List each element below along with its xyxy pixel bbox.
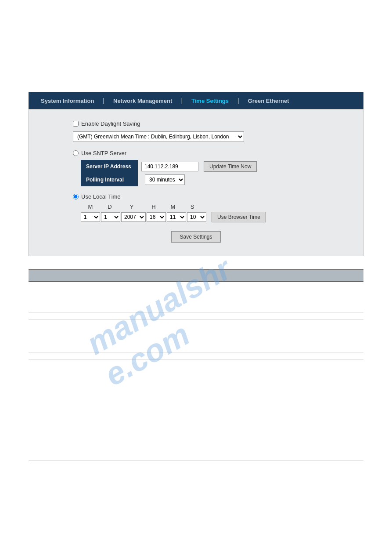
polling-interval-input-cell: 30 minutes 15 minutes 1 hour — [138, 173, 198, 186]
time-selects-row: 1234 5678 9101112 1234 5 200720082009 16… — [81, 212, 319, 222]
server-ip-row: Server IP Address Update Time Now — [81, 160, 257, 173]
nav-green-ethernet[interactable]: Green Ethernet — [240, 98, 297, 104]
bottom-divider-3 — [29, 461, 363, 461]
update-time-button[interactable]: Update Time Now — [204, 161, 257, 172]
polling-interval-label: Polling Interval — [81, 173, 138, 186]
hour-label: H — [144, 203, 163, 210]
timezone-row: (GMT) Greenwich Mean Time : Dublin, Edin… — [73, 131, 319, 142]
use-local-time-label: Use Local Time — [81, 193, 121, 200]
bottom-panel — [29, 269, 363, 461]
year-label: Y — [119, 203, 144, 210]
bottom-header-bar — [29, 269, 363, 282]
bottom-content-area-1 — [29, 286, 363, 312]
server-ip-label: Server IP Address — [81, 160, 138, 173]
bottom-divider-1 — [29, 319, 363, 319]
save-row: Save Settings — [73, 231, 319, 243]
year-select[interactable]: 200720082009 — [121, 212, 146, 222]
use-local-time-radio[interactable] — [73, 194, 79, 200]
use-sntp-radio[interactable] — [73, 150, 79, 156]
nav-bar: System Information | Network Management … — [29, 92, 363, 109]
nav-sep-3: | — [237, 97, 240, 104]
day-select[interactable]: 1234 5 — [101, 212, 120, 222]
sntp-radio-row: Use SNTP Server — [73, 150, 319, 156]
enable-daylight-checkbox[interactable] — [73, 121, 79, 127]
bottom-divider-2 — [29, 359, 363, 359]
content-panel: Enable Daylight Saving (GMT) Greenwich M… — [29, 109, 363, 256]
hour-select[interactable]: 1601 — [147, 212, 166, 222]
use-sntp-label: Use SNTP Server — [81, 150, 126, 156]
sntp-table: Server IP Address Update Time Now Pollin… — [81, 160, 257, 186]
second-select[interactable]: 10030 — [187, 212, 206, 222]
timezone-select[interactable]: (GMT) Greenwich Mean Time : Dublin, Edin… — [73, 131, 244, 142]
enable-daylight-label: Enable Daylight Saving — [81, 120, 140, 127]
polling-interval-row: Polling Interval 30 minutes 15 minutes 1… — [81, 173, 257, 186]
daylight-row: Enable Daylight Saving — [73, 120, 319, 127]
second-label: S — [183, 203, 202, 210]
update-time-cell: Update Time Now — [198, 160, 257, 173]
nav-network-management[interactable]: Network Management — [105, 98, 180, 104]
server-ip-input[interactable] — [141, 162, 198, 171]
time-labels-row: M D Y H M S — [81, 203, 319, 210]
day-label: D — [100, 203, 119, 210]
bottom-content-area-2 — [29, 326, 363, 352]
month-select[interactable]: 1234 5678 9101112 — [81, 212, 100, 222]
polling-interval-select[interactable]: 30 minutes 15 minutes 1 hour — [145, 174, 185, 185]
nav-system-information[interactable]: System Information — [33, 98, 102, 104]
month-label: M — [81, 203, 100, 210]
minute-select[interactable]: 11030 — [167, 212, 186, 222]
nav-sep-1: | — [102, 97, 105, 104]
nav-time-settings[interactable]: Time Settings — [183, 98, 237, 104]
bottom-content-area-3 — [29, 366, 363, 454]
save-settings-button[interactable]: Save Settings — [171, 231, 220, 243]
page-wrapper: System Information | Network Management … — [0, 92, 392, 555]
polling-empty-cell — [198, 173, 257, 186]
nav-sep-2: | — [180, 97, 183, 104]
minute-label: M — [163, 203, 183, 210]
server-ip-input-cell — [138, 160, 198, 173]
use-browser-time-button[interactable]: Use Browser Time — [212, 212, 266, 222]
local-time-radio-row: Use Local Time — [73, 193, 319, 200]
